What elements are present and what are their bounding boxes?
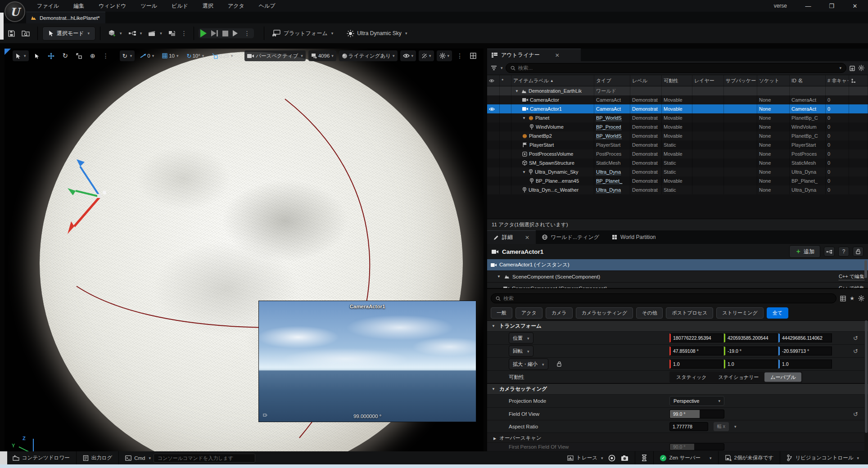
menu-item-2[interactable]: ウィンドウ (92, 0, 132, 12)
fov-reset-icon[interactable]: ↺ (853, 410, 858, 417)
show-flags-dropdown[interactable]: ▾ (400, 50, 416, 61)
outliner-row-CameraActor[interactable]: CameraActorCameraActDemonstratMovableNon… (487, 95, 868, 104)
column-mobility[interactable]: 可動性 (662, 75, 692, 86)
toolbar-overflow-menu[interactable]: ⋮ (179, 30, 189, 37)
details-scrollbar[interactable] (865, 320, 868, 433)
add-component-button[interactable]: ＋追加 (789, 245, 820, 258)
outliner-new-folder-icon[interactable] (849, 65, 855, 71)
insights-record-icon[interactable] (606, 454, 618, 462)
row-visibility-cell[interactable] (487, 176, 500, 185)
location-dropdown[interactable]: 位置▾ (509, 333, 533, 344)
outliner-settings-icon[interactable] (858, 65, 864, 71)
console-command-input[interactable]: コンソールコマンドを入力します (154, 454, 255, 463)
row-label-cell[interactable]: CameraActor1 (511, 104, 594, 113)
outliner-row-Ultra_Dyn...c_Weather[interactable]: Ultra_Dyn...c_WeatherUltra_DynaDemonstra… (487, 185, 868, 194)
cmd-dropdown[interactable]: Cmd▾ (122, 455, 154, 461)
row-type-cell[interactable]: BP_Proced (594, 122, 630, 131)
surface-snap-dropdown[interactable]: 0▾ (137, 50, 157, 61)
scale-x-input[interactable]: 1.0 (669, 360, 723, 369)
task-status-icon[interactable] (639, 454, 650, 461)
row-pin-cell[interactable] (500, 131, 511, 140)
details-display-options-icon[interactable] (840, 296, 846, 302)
mobility-option-2[interactable]: ムーバブル (764, 372, 801, 382)
row-label-cell[interactable]: ▼Planet (511, 113, 594, 122)
column-item-label[interactable]: アイテムラベル▲ (511, 75, 594, 86)
content-drawer-button[interactable]: コンテンツドロワー (10, 454, 72, 461)
minimize-button[interactable]: — (804, 3, 812, 9)
lock-button[interactable] (853, 247, 863, 256)
filter-chip-7[interactable]: 全て (767, 307, 788, 319)
view-mode-dropdown[interactable]: ライティングあり▾ (339, 50, 398, 61)
outliner-filter-icon[interactable] (491, 65, 497, 71)
row-pin-cell[interactable] (500, 95, 511, 104)
component-row-0[interactable]: CameraActor1 (インスタンス) (487, 259, 868, 271)
preview-effects-dropdown[interactable]: ▾ (419, 50, 434, 61)
outliner-row-PlanetBp2[interactable]: PlanetBp2BP_WorldSDemonstratMovableNoneP… (487, 131, 868, 140)
filter-chip-4[interactable]: その他 (636, 307, 663, 319)
blueprint-edit-button[interactable] (824, 247, 835, 256)
filter-chip-6[interactable]: ストリーミング (716, 307, 764, 319)
screenshot-icon[interactable] (618, 455, 631, 461)
row-type-cell[interactable]: BP_WorldS (594, 131, 630, 140)
eject-button[interactable] (233, 30, 238, 36)
row-visibility-cell[interactable] (487, 140, 500, 149)
quad-view-toggle[interactable] (467, 50, 479, 61)
location-y-input[interactable]: 420593585.200544 (724, 333, 778, 342)
component-row-2[interactable]: CameraComponent (CameraComponent)C++ で編集 (487, 283, 868, 289)
rotation-reset-icon[interactable]: ↺ (853, 348, 858, 355)
rotate-tool-icon[interactable]: ↻ (60, 50, 71, 61)
browse-content-button[interactable] (18, 27, 33, 39)
outliner-row-Planet[interactable]: ▼PlanetBP_WorldSDemonstratMovableNonePla… (487, 113, 868, 122)
zen-server-dropdown[interactable]: ✓ Zen サーバー▾ (657, 454, 714, 461)
row-label-cell[interactable]: Ultra_Dyn...c_Weather (511, 185, 594, 194)
row-label-cell[interactable]: ▼Demonstration_EarthLik (511, 86, 594, 95)
location-z-input[interactable]: 444296856.114062 (778, 333, 832, 342)
outliner-tab-close[interactable]: ✕ (555, 52, 560, 58)
row-visibility-cell[interactable] (487, 185, 500, 194)
row-pin-cell[interactable] (500, 158, 511, 167)
row-pin-cell[interactable] (500, 113, 511, 122)
row-type-cell[interactable]: Ultra_Dyna (594, 167, 630, 176)
menu-item-6[interactable]: アクタ (222, 0, 251, 12)
filter-chip-3[interactable]: カメラセッティング (576, 307, 633, 319)
row-visibility-cell[interactable] (487, 95, 500, 104)
details-search-input[interactable]: 検索 (491, 293, 836, 303)
row-visibility-cell[interactable] (487, 104, 500, 113)
save-button[interactable] (5, 27, 18, 40)
row-label-cell[interactable]: ▼Ultra_Dynamic_Sky (511, 167, 594, 176)
cpp-edit-link[interactable]: C++ で編集 (839, 273, 864, 280)
add-actor-button[interactable]: + ▾ (105, 27, 125, 40)
details-panel-tab-0[interactable]: 詳細✕ (487, 230, 536, 244)
row-pin-cell[interactable] (500, 167, 511, 176)
row-visibility-cell[interactable] (487, 113, 500, 122)
column-uncached[interactable]: # 非キャッシ (826, 75, 849, 86)
viewport-overflow-menu[interactable]: ⋮ (455, 52, 465, 59)
output-log-button[interactable]: 出力ログ (80, 454, 115, 461)
filter-chip-2[interactable]: カメラ (546, 307, 573, 319)
location-reset-icon[interactable]: ↺ (853, 335, 858, 342)
row-label-cell[interactable]: PlayerStart (511, 140, 594, 149)
blueprints-button[interactable]: ▾ (125, 28, 145, 39)
select-tool-icon[interactable] (32, 50, 42, 61)
favorites-icon[interactable]: ★ (850, 295, 854, 302)
row-visibility-cell[interactable] (487, 131, 500, 140)
row-visibility-cell[interactable] (487, 158, 500, 167)
location-x-input[interactable]: 180776222.95394 (669, 333, 723, 342)
outliner-row-BP_Plane...erran45[interactable]: BP_Plane...erran45BP_Planet_DemonstratMo… (487, 176, 868, 185)
viewport-settings-dropdown[interactable]: ▾ (437, 50, 452, 61)
stop-button[interactable] (222, 31, 228, 36)
row-label-cell[interactable]: WindVolume (511, 122, 594, 131)
row-type-cell[interactable]: BP_Planet_ (594, 176, 630, 185)
row-pin-cell[interactable] (500, 149, 511, 158)
row-type-cell[interactable]: BP_WorldS (594, 113, 630, 122)
overscan-group-row[interactable]: ▶オーバースキャン (487, 433, 864, 443)
scale-y-input[interactable]: 1.0 (724, 360, 778, 369)
camera-preview[interactable]: CameraActor1 99.000000 ° (258, 301, 476, 422)
viewport-mode-dropdown[interactable]: ▾ (13, 50, 29, 61)
rotation-z-input[interactable]: -20.599713 ° (778, 346, 832, 356)
column-id-name[interactable]: ID 名 (790, 75, 826, 86)
rotation-dropdown[interactable]: 回転▾ (509, 346, 533, 357)
ultra-dynamic-sky-dropdown[interactable]: Ultra Dynamic Sky ▾ (344, 27, 410, 40)
rotation-x-input[interactable]: 47.859108 ° (669, 346, 723, 356)
camera-mode-dropdown[interactable]: パースペクティブ▾ (244, 50, 305, 61)
